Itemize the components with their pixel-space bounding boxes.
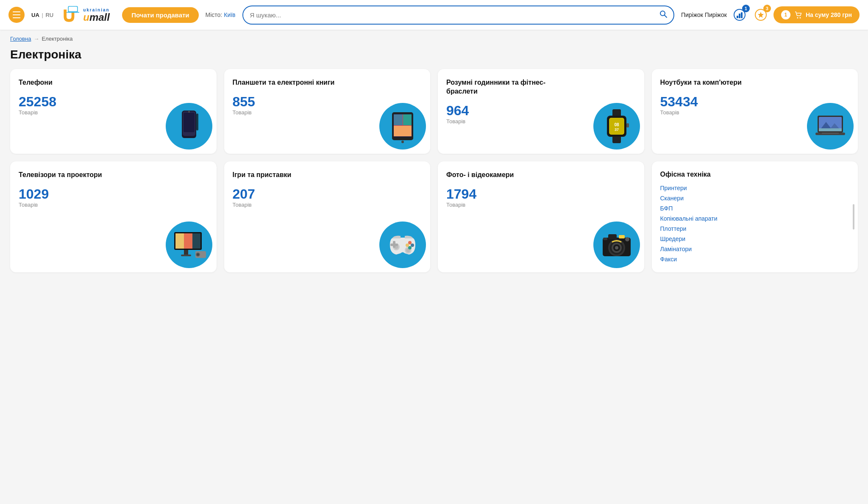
cat-count-tv: 1029 bbox=[19, 187, 208, 201]
laptop-svg bbox=[811, 107, 849, 145]
svg-rect-22 bbox=[394, 114, 403, 125]
office-link-fax[interactable]: Факси bbox=[660, 255, 850, 263]
svg-rect-38 bbox=[819, 128, 842, 131]
cat-label-tv: Товарів bbox=[19, 202, 208, 208]
svg-point-59 bbox=[408, 246, 412, 249]
cat-title-games: Ігри та приставки bbox=[233, 171, 346, 180]
cat-image-games bbox=[379, 222, 426, 268]
category-card-tablets[interactable]: Планшети та електронні книги 855 Товарів bbox=[224, 69, 431, 154]
city-selector: Місто: Київ bbox=[206, 11, 236, 18]
svg-point-69 bbox=[625, 237, 629, 241]
cat-title-office: Офісна техніка bbox=[660, 171, 850, 178]
cat-image-laptops bbox=[807, 103, 854, 150]
cat-image-cameras bbox=[593, 222, 640, 268]
cat-label-cameras: Товарів bbox=[446, 202, 636, 208]
search-input[interactable] bbox=[243, 8, 653, 22]
tv-svg bbox=[170, 226, 208, 264]
office-link-scanners[interactable]: Сканери bbox=[660, 194, 850, 202]
svg-point-13 bbox=[799, 17, 801, 19]
svg-rect-63 bbox=[619, 235, 625, 238]
favorites-button[interactable]: 3 bbox=[752, 6, 769, 23]
tablet-svg bbox=[384, 107, 422, 145]
search-bar bbox=[242, 6, 674, 25]
cat-title-tablets: Планшети та електронні книги bbox=[233, 78, 346, 87]
header-right: Пиріжок Пиріжок 1 3 1 bbox=[681, 6, 860, 23]
search-icon bbox=[659, 10, 668, 18]
compare-badge: 1 bbox=[742, 5, 750, 12]
sell-button[interactable]: Почати продавати bbox=[122, 7, 198, 23]
office-link-shredders[interactable]: Шредери bbox=[660, 235, 850, 243]
breadcrumb: Головна → Електроніка bbox=[0, 30, 868, 44]
page-title: Електроніка bbox=[0, 44, 868, 69]
watch-svg: 08 37 bbox=[598, 107, 636, 145]
logo-icon bbox=[60, 4, 81, 25]
header: UA | RU ukrainian umall Почати продавати… bbox=[0, 0, 868, 30]
lang-ru[interactable]: RU bbox=[45, 12, 53, 18]
compare-button[interactable]: 1 bbox=[731, 6, 748, 23]
category-card-laptops[interactable]: Ноутбуки та комп'ютери 53434 Товарів bbox=[652, 69, 858, 154]
favorites-badge: 3 bbox=[763, 5, 771, 12]
category-grid: Телефони 25258 Товарів Планшети та елект… bbox=[0, 69, 868, 282]
svg-point-68 bbox=[615, 246, 618, 249]
cat-title-tv: Телевізори та проектори bbox=[19, 171, 132, 180]
svg-point-12 bbox=[797, 17, 798, 19]
svg-rect-24 bbox=[394, 126, 412, 136]
category-card-tv[interactable]: Телевізори та проектори 1029 Товарів bbox=[10, 161, 217, 272]
lang-ua[interactable]: UA bbox=[31, 12, 39, 18]
city-link[interactable]: Київ bbox=[224, 11, 235, 18]
office-link-laminators[interactable]: Ламінатори bbox=[660, 245, 850, 253]
hamburger-menu[interactable] bbox=[8, 7, 25, 23]
category-card-cameras[interactable]: Фото- і відеокамери 1794 Товарів bbox=[438, 161, 644, 272]
svg-text:37: 37 bbox=[614, 127, 618, 132]
city-label: Місто: bbox=[206, 11, 223, 18]
cart-icon bbox=[794, 11, 802, 19]
cat-title-cameras: Фото- і відеокамери bbox=[446, 171, 560, 180]
cart-button[interactable]: 1 На суму 280 грн bbox=[773, 6, 860, 23]
cat-image-watches: 08 37 bbox=[593, 103, 640, 150]
svg-point-25 bbox=[401, 141, 404, 143]
logo-text-area: ukrainian umall bbox=[83, 8, 110, 22]
cat-image-phones bbox=[166, 103, 212, 150]
svg-text:08: 08 bbox=[614, 122, 619, 127]
user-name[interactable]: Пиріжок Пиріжок bbox=[681, 11, 727, 18]
svg-rect-45 bbox=[192, 233, 200, 249]
camera-svg bbox=[598, 226, 636, 264]
svg-rect-7 bbox=[737, 16, 738, 18]
svg-marker-11 bbox=[758, 12, 764, 18]
cat-title-phones: Телефони bbox=[19, 78, 132, 87]
scrollbar bbox=[853, 204, 854, 230]
svg-rect-47 bbox=[181, 255, 191, 256]
svg-line-5 bbox=[664, 15, 667, 17]
svg-rect-18 bbox=[196, 114, 198, 130]
cart-amount: На суму 280 грн bbox=[806, 11, 852, 18]
svg-rect-56 bbox=[390, 244, 398, 246]
svg-rect-40 bbox=[822, 133, 839, 134]
cat-count-games: 207 bbox=[233, 187, 422, 201]
cat-count-cameras: 1794 bbox=[446, 187, 636, 201]
breadcrumb-home[interactable]: Головна bbox=[10, 36, 31, 42]
search-button[interactable] bbox=[653, 6, 673, 24]
svg-rect-33 bbox=[626, 123, 629, 127]
svg-rect-46 bbox=[184, 250, 188, 255]
svg-point-17 bbox=[188, 111, 190, 113]
office-link-plotters[interactable]: Плоттери bbox=[660, 225, 850, 233]
gamepad-svg bbox=[384, 226, 422, 264]
category-card-office[interactable]: Офісна техніка Принтери Сканери БФП Копі… bbox=[652, 161, 858, 272]
category-card-games[interactable]: Ігри та приставки 207 Товарів bbox=[224, 161, 431, 272]
office-link-copiers[interactable]: Копіювальні апарати bbox=[660, 215, 850, 222]
svg-rect-8 bbox=[739, 14, 740, 18]
category-card-watches[interactable]: Розумні годинники та фітнес-браслети 964… bbox=[438, 69, 644, 154]
cat-image-tablets bbox=[379, 103, 426, 150]
svg-rect-43 bbox=[175, 233, 184, 249]
category-card-phones[interactable]: Телефони 25258 Товарів bbox=[10, 69, 217, 154]
svg-rect-44 bbox=[184, 233, 192, 249]
office-links: Принтери Сканери БФП Копіювальні апарати… bbox=[660, 184, 850, 263]
cart-count: 1 bbox=[781, 10, 790, 19]
logo[interactable]: ukrainian umall bbox=[60, 4, 115, 25]
office-link-printers[interactable]: Принтери bbox=[660, 184, 850, 192]
svg-point-50 bbox=[197, 253, 199, 256]
cat-label-games: Товарів bbox=[233, 202, 422, 208]
office-link-mfp[interactable]: БФП bbox=[660, 205, 850, 212]
svg-rect-23 bbox=[403, 114, 412, 125]
svg-point-58 bbox=[411, 244, 414, 247]
